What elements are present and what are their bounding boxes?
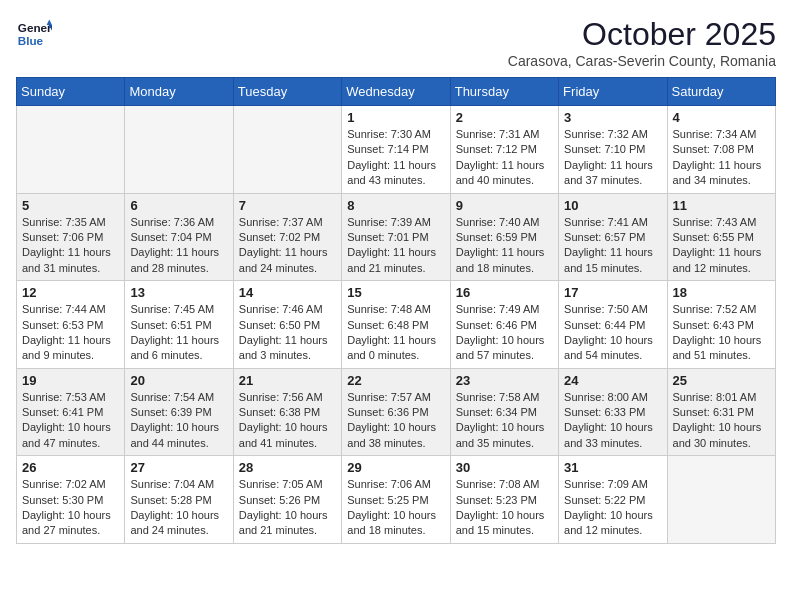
day-number: 26: [22, 460, 119, 475]
location-subtitle: Carasova, Caras-Severin County, Romania: [508, 53, 776, 69]
day-number: 7: [239, 198, 336, 213]
calendar-cell: 4Sunrise: 7:34 AM Sunset: 7:08 PM Daylig…: [667, 106, 775, 194]
calendar-cell: 17Sunrise: 7:50 AM Sunset: 6:44 PM Dayli…: [559, 281, 667, 369]
day-info: Sunrise: 7:06 AM Sunset: 5:25 PM Dayligh…: [347, 477, 444, 539]
calendar-cell: 2Sunrise: 7:31 AM Sunset: 7:12 PM Daylig…: [450, 106, 558, 194]
day-number: 11: [673, 198, 770, 213]
day-info: Sunrise: 7:45 AM Sunset: 6:51 PM Dayligh…: [130, 302, 227, 364]
calendar-cell: 20Sunrise: 7:54 AM Sunset: 6:39 PM Dayli…: [125, 368, 233, 456]
day-number: 10: [564, 198, 661, 213]
day-number: 29: [347, 460, 444, 475]
day-info: Sunrise: 7:49 AM Sunset: 6:46 PM Dayligh…: [456, 302, 553, 364]
day-number: 23: [456, 373, 553, 388]
day-info: Sunrise: 7:31 AM Sunset: 7:12 PM Dayligh…: [456, 127, 553, 189]
day-number: 13: [130, 285, 227, 300]
day-info: Sunrise: 7:54 AM Sunset: 6:39 PM Dayligh…: [130, 390, 227, 452]
calendar-week-3: 12Sunrise: 7:44 AM Sunset: 6:53 PM Dayli…: [17, 281, 776, 369]
day-info: Sunrise: 7:04 AM Sunset: 5:28 PM Dayligh…: [130, 477, 227, 539]
calendar-cell: 30Sunrise: 7:08 AM Sunset: 5:23 PM Dayli…: [450, 456, 558, 544]
weekday-header-saturday: Saturday: [667, 78, 775, 106]
day-info: Sunrise: 7:58 AM Sunset: 6:34 PM Dayligh…: [456, 390, 553, 452]
day-number: 20: [130, 373, 227, 388]
day-info: Sunrise: 7:53 AM Sunset: 6:41 PM Dayligh…: [22, 390, 119, 452]
calendar-header: SundayMondayTuesdayWednesdayThursdayFrid…: [17, 78, 776, 106]
day-info: Sunrise: 7:57 AM Sunset: 6:36 PM Dayligh…: [347, 390, 444, 452]
title-block: October 2025 Carasova, Caras-Severin Cou…: [508, 16, 776, 69]
calendar-cell: 29Sunrise: 7:06 AM Sunset: 5:25 PM Dayli…: [342, 456, 450, 544]
calendar-cell: 8Sunrise: 7:39 AM Sunset: 7:01 PM Daylig…: [342, 193, 450, 281]
day-info: Sunrise: 7:44 AM Sunset: 6:53 PM Dayligh…: [22, 302, 119, 364]
calendar-week-4: 19Sunrise: 7:53 AM Sunset: 6:41 PM Dayli…: [17, 368, 776, 456]
day-info: Sunrise: 7:34 AM Sunset: 7:08 PM Dayligh…: [673, 127, 770, 189]
day-number: 17: [564, 285, 661, 300]
calendar-cell: 12Sunrise: 7:44 AM Sunset: 6:53 PM Dayli…: [17, 281, 125, 369]
calendar-cell: 28Sunrise: 7:05 AM Sunset: 5:26 PM Dayli…: [233, 456, 341, 544]
day-number: 9: [456, 198, 553, 213]
calendar-cell: 24Sunrise: 8:00 AM Sunset: 6:33 PM Dayli…: [559, 368, 667, 456]
calendar-table: SundayMondayTuesdayWednesdayThursdayFrid…: [16, 77, 776, 544]
calendar-cell: 31Sunrise: 7:09 AM Sunset: 5:22 PM Dayli…: [559, 456, 667, 544]
day-info: Sunrise: 7:02 AM Sunset: 5:30 PM Dayligh…: [22, 477, 119, 539]
day-number: 18: [673, 285, 770, 300]
day-number: 21: [239, 373, 336, 388]
weekday-header-sunday: Sunday: [17, 78, 125, 106]
calendar-cell: 22Sunrise: 7:57 AM Sunset: 6:36 PM Dayli…: [342, 368, 450, 456]
day-info: Sunrise: 7:41 AM Sunset: 6:57 PM Dayligh…: [564, 215, 661, 277]
calendar-cell: 14Sunrise: 7:46 AM Sunset: 6:50 PM Dayli…: [233, 281, 341, 369]
calendar-cell: 26Sunrise: 7:02 AM Sunset: 5:30 PM Dayli…: [17, 456, 125, 544]
day-number: 27: [130, 460, 227, 475]
day-info: Sunrise: 7:46 AM Sunset: 6:50 PM Dayligh…: [239, 302, 336, 364]
calendar-cell: 27Sunrise: 7:04 AM Sunset: 5:28 PM Dayli…: [125, 456, 233, 544]
day-info: Sunrise: 7:50 AM Sunset: 6:44 PM Dayligh…: [564, 302, 661, 364]
day-number: 31: [564, 460, 661, 475]
day-info: Sunrise: 7:30 AM Sunset: 7:14 PM Dayligh…: [347, 127, 444, 189]
day-number: 24: [564, 373, 661, 388]
calendar-cell: 9Sunrise: 7:40 AM Sunset: 6:59 PM Daylig…: [450, 193, 558, 281]
svg-text:General: General: [18, 21, 52, 34]
day-number: 5: [22, 198, 119, 213]
day-number: 25: [673, 373, 770, 388]
calendar-cell: 15Sunrise: 7:48 AM Sunset: 6:48 PM Dayli…: [342, 281, 450, 369]
calendar-cell: [125, 106, 233, 194]
day-number: 1: [347, 110, 444, 125]
day-info: Sunrise: 7:56 AM Sunset: 6:38 PM Dayligh…: [239, 390, 336, 452]
calendar-cell: 6Sunrise: 7:36 AM Sunset: 7:04 PM Daylig…: [125, 193, 233, 281]
day-number: 2: [456, 110, 553, 125]
page-header: General Blue October 2025 Carasova, Cara…: [16, 16, 776, 69]
calendar-cell: 25Sunrise: 8:01 AM Sunset: 6:31 PM Dayli…: [667, 368, 775, 456]
day-info: Sunrise: 7:36 AM Sunset: 7:04 PM Dayligh…: [130, 215, 227, 277]
calendar-cell: 7Sunrise: 7:37 AM Sunset: 7:02 PM Daylig…: [233, 193, 341, 281]
calendar-cell: 10Sunrise: 7:41 AM Sunset: 6:57 PM Dayli…: [559, 193, 667, 281]
calendar-cell: 11Sunrise: 7:43 AM Sunset: 6:55 PM Dayli…: [667, 193, 775, 281]
day-info: Sunrise: 7:48 AM Sunset: 6:48 PM Dayligh…: [347, 302, 444, 364]
weekday-header-wednesday: Wednesday: [342, 78, 450, 106]
day-info: Sunrise: 7:40 AM Sunset: 6:59 PM Dayligh…: [456, 215, 553, 277]
month-title: October 2025: [508, 16, 776, 53]
day-number: 19: [22, 373, 119, 388]
day-number: 15: [347, 285, 444, 300]
day-info: Sunrise: 7:09 AM Sunset: 5:22 PM Dayligh…: [564, 477, 661, 539]
day-number: 4: [673, 110, 770, 125]
calendar-cell: 1Sunrise: 7:30 AM Sunset: 7:14 PM Daylig…: [342, 106, 450, 194]
day-info: Sunrise: 7:39 AM Sunset: 7:01 PM Dayligh…: [347, 215, 444, 277]
calendar-cell: 18Sunrise: 7:52 AM Sunset: 6:43 PM Dayli…: [667, 281, 775, 369]
calendar-week-2: 5Sunrise: 7:35 AM Sunset: 7:06 PM Daylig…: [17, 193, 776, 281]
calendar-cell: 23Sunrise: 7:58 AM Sunset: 6:34 PM Dayli…: [450, 368, 558, 456]
calendar-cell: [233, 106, 341, 194]
logo-icon: General Blue: [16, 16, 52, 52]
day-number: 3: [564, 110, 661, 125]
day-info: Sunrise: 7:43 AM Sunset: 6:55 PM Dayligh…: [673, 215, 770, 277]
weekday-header-tuesday: Tuesday: [233, 78, 341, 106]
calendar-cell: [667, 456, 775, 544]
calendar-cell: [17, 106, 125, 194]
calendar-cell: 21Sunrise: 7:56 AM Sunset: 6:38 PM Dayli…: [233, 368, 341, 456]
day-number: 8: [347, 198, 444, 213]
calendar-week-1: 1Sunrise: 7:30 AM Sunset: 7:14 PM Daylig…: [17, 106, 776, 194]
day-info: Sunrise: 8:01 AM Sunset: 6:31 PM Dayligh…: [673, 390, 770, 452]
day-number: 22: [347, 373, 444, 388]
day-number: 14: [239, 285, 336, 300]
day-number: 30: [456, 460, 553, 475]
calendar-cell: 16Sunrise: 7:49 AM Sunset: 6:46 PM Dayli…: [450, 281, 558, 369]
day-number: 12: [22, 285, 119, 300]
day-info: Sunrise: 7:37 AM Sunset: 7:02 PM Dayligh…: [239, 215, 336, 277]
